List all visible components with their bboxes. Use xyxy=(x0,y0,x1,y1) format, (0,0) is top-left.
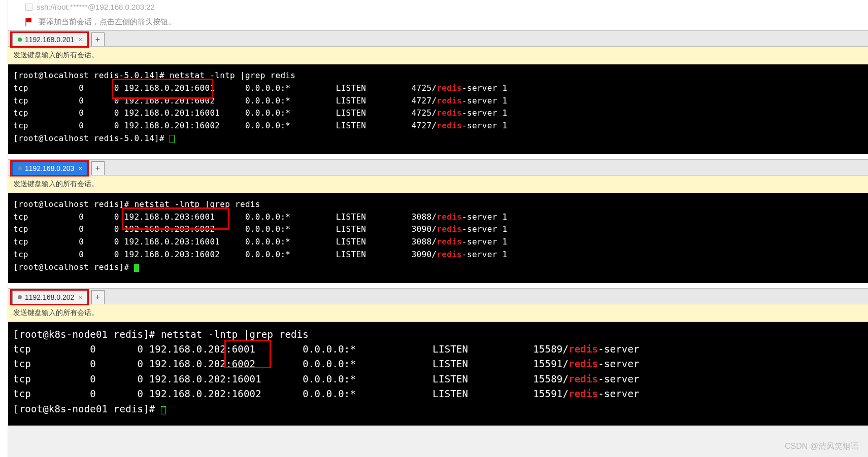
hint-bar: 要添加当前会话，点击左侧的箭头按钮。 xyxy=(8,14,868,30)
tab-index: 1 xyxy=(25,36,29,44)
annotation-box xyxy=(224,340,271,368)
tabbar: 1 192.168.0.201×+ xyxy=(8,30,868,47)
add-tab-button[interactable]: + xyxy=(91,290,105,304)
session-tab[interactable]: 1 192.168.0.203× xyxy=(12,161,88,175)
terminal[interactable]: [root@localhost redis-5.0.14]# netstat -… xyxy=(8,64,868,154)
add-tab-button[interactable]: + xyxy=(91,161,105,175)
cursor-icon xyxy=(161,406,166,414)
pane-gap xyxy=(8,154,868,159)
cursor-icon xyxy=(134,264,139,272)
broadcast-notice: 发送键盘输入的所有会话。 xyxy=(8,175,868,193)
close-icon[interactable]: × xyxy=(74,36,82,44)
terminal[interactable]: [root@k8s-node01 redis]# netstat -lntp |… xyxy=(8,322,868,426)
close-icon[interactable]: × xyxy=(74,293,82,301)
close-icon[interactable]: × xyxy=(74,164,82,172)
pane-gap xyxy=(8,283,868,288)
status-dot-icon xyxy=(18,166,22,170)
address-bar[interactable]: ssh://root:******@192.168.0.203:22 xyxy=(8,0,868,14)
status-dot-icon xyxy=(18,38,22,42)
tabbar: 1 192.168.0.203×+ xyxy=(8,159,868,175)
hint-text: 要添加当前会话，点击左侧的箭头按钮。 xyxy=(39,17,176,27)
flag-icon xyxy=(25,18,34,26)
session-tab[interactable]: 1 192.168.0.201× xyxy=(12,32,88,46)
left-gutter xyxy=(0,0,8,426)
session-tab[interactable]: 1 192.168.0.202× xyxy=(12,290,88,304)
broadcast-notice: 发送键盘输入的所有会话。 xyxy=(8,304,868,322)
status-dot-icon xyxy=(18,295,22,299)
ssh-icon xyxy=(25,4,32,11)
tab-label: 192.168.0.202 xyxy=(29,293,75,301)
terminal[interactable]: [root@localhost redis]# netstat -lntp |g… xyxy=(8,193,868,283)
annotation-box xyxy=(122,207,229,230)
address-text: ssh://root:******@192.168.0.203:22 xyxy=(37,3,155,11)
cursor-icon xyxy=(170,135,175,143)
tabbar: 1 192.168.0.202×+ xyxy=(8,288,868,304)
annotation-box xyxy=(112,79,213,99)
add-tab-button[interactable]: + xyxy=(91,32,105,46)
tab-index: 1 xyxy=(25,164,29,172)
tab-index: 1 xyxy=(25,293,29,301)
tab-label: 192.168.0.203 xyxy=(29,164,75,172)
broadcast-notice: 发送键盘输入的所有会话。 xyxy=(8,47,868,64)
tab-label: 192.168.0.201 xyxy=(29,36,75,44)
